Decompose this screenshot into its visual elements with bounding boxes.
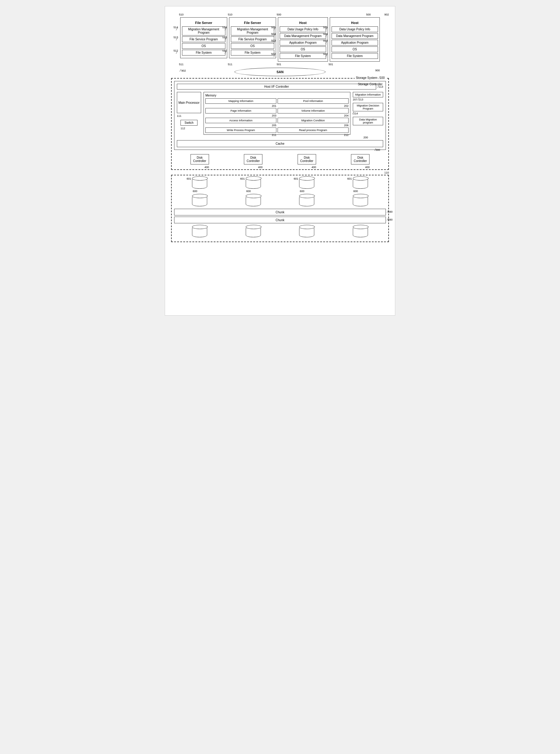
ref-601-b: 601 (240, 177, 245, 180)
fs2-os: OS (231, 43, 274, 49)
pool-info-box: Pool Information (278, 98, 348, 104)
memory-grid: Mapping Information 201 Pool Information… (205, 98, 348, 133)
storage-controller-label: Storage Controller (358, 82, 382, 86)
volume-info-box: Volume Information (278, 108, 348, 114)
ref-503-a: 503 (271, 39, 276, 42)
ref-202: 202 (344, 104, 348, 107)
h2-datamgmt: Data Management Program (332, 33, 378, 39)
ref-601-a: 601 (186, 177, 191, 180)
data-migration-wrapper: Data Migration program (353, 117, 383, 125)
page-info-box: Page Information (205, 108, 276, 114)
disk-cyl-2b (246, 195, 261, 206)
chunk1-bar: Chunk (174, 209, 386, 215)
read-proc-box: Read process Program (278, 127, 348, 133)
file-server-1: 510 File Server ⁄ 514 Migration Manageme… (180, 17, 227, 62)
host-if-row: Host I/F Controller ⁄113 (177, 84, 383, 90)
mapping-info-box: Mapping Information (205, 98, 276, 104)
fs2-migration: Migration Management Program (231, 26, 274, 36)
ref-501-b: 501 (328, 63, 333, 66)
mapping-info-wrapper: Mapping Information 201 (205, 98, 276, 104)
ref-601-d: 601 (347, 177, 352, 180)
dc4-box: DiskController (351, 154, 369, 164)
ref-601-c: 601 (294, 177, 298, 180)
ref-514-a: 514 (174, 26, 178, 29)
ref-504-b: 504 (323, 33, 328, 36)
san-ellipse: SAN (235, 68, 325, 76)
memory-label: Memory (205, 94, 348, 97)
dg3: 601 600 (299, 178, 314, 206)
fs1-fileservice: File Service Program (182, 36, 225, 42)
ref-214: ⁄214 (353, 112, 358, 115)
fs1-migration: Migration Management Program (182, 26, 225, 36)
ref-400-a: 400 (204, 166, 209, 169)
bdg4 (353, 226, 368, 237)
ref-513-b: 513 (222, 36, 227, 39)
dc3-wrapper: DiskController 400 (298, 154, 316, 164)
cache-box: Cache (177, 140, 383, 147)
disk-cyl-3a (299, 178, 314, 189)
ref-203: 203 (272, 114, 276, 117)
h1-datausage: Data Usage Policy Info (280, 26, 326, 32)
memory-area: Memory Mapping Information 201 Pool Info… (203, 92, 351, 135)
ref-500-b: 500 (366, 13, 371, 16)
fs2-filesystem: File System (231, 50, 274, 56)
fs1-filesystem: File System (182, 50, 225, 56)
migration-info-wrapper: Migration Information 207 ⁄213 (353, 92, 383, 97)
ref-500-a: 500 (277, 13, 281, 16)
read-proc-wrapper: Read process Program 212 (278, 127, 348, 133)
h1-datamgmt: Data Management Program (280, 33, 326, 39)
data-migration-box: Data Migration program (353, 117, 383, 125)
ref-902-san: ⁄902 (180, 69, 186, 72)
disk-cyl-b2 (246, 226, 261, 237)
ref-690-a: ⁄690 (387, 210, 393, 213)
disk-cyl-4a (353, 178, 368, 189)
ref-505-b: 505 (323, 26, 328, 29)
main-processor-label: Main Processor (178, 101, 199, 104)
ref-212: 212 (344, 134, 348, 137)
ref-503-b: 503 (323, 39, 328, 42)
ref-510-b: 510 (228, 13, 232, 16)
access-info-wrapper: Access Information 205 (205, 118, 276, 123)
disk-cyl-1a (192, 178, 207, 189)
disk-ctrl-row: DiskController 400 DiskController 400 Di… (174, 154, 386, 164)
ref-200: 200 (363, 136, 368, 139)
disk-cyl-4b (353, 195, 368, 206)
switch-wrapper: Switch 112 (180, 120, 197, 126)
ref-504-a: 504 (271, 33, 276, 36)
ref-512-b: 512 (222, 49, 227, 52)
ref-502-b: 502 (323, 53, 328, 56)
dg4: 601 600 (353, 178, 368, 206)
fs2-label: File Server (231, 20, 274, 25)
disk-cyl-b3 (299, 226, 314, 237)
migration-decision-box: Migration Decision Program (353, 103, 383, 111)
disk-cyl-1b (192, 195, 207, 206)
dc4-wrapper: DiskController 400 (351, 154, 369, 164)
ref-600-a: 600 (193, 190, 197, 193)
volume-info-wrapper: Volume Information 204 (278, 108, 348, 114)
write-proc-wrapper: Write Process Program 211 (205, 127, 276, 133)
ref-502-a: 502 (271, 53, 276, 56)
ref-510-a: 510 (179, 13, 183, 16)
host-1: 500 Host ⁄ 505 Data Usage Policy Info ⁄ … (278, 17, 328, 62)
fs2-fileservice: File Service Program (231, 36, 274, 42)
diagram-page: 510 File Server ⁄ 514 Migration Manageme… (165, 6, 395, 316)
migration-cond-box: Migration Condition (278, 118, 348, 123)
left-col: Main Processor 111 Switch 112 (177, 92, 201, 126)
disk-cyl-3b (299, 195, 314, 206)
chunk2-wrapper: Chunk ⁄690 (174, 217, 386, 223)
ref-511-a: 511 (179, 63, 183, 66)
ref-900-san: 900 (375, 69, 380, 72)
dc1-wrapper: DiskController 400 (191, 154, 209, 164)
h1-label: Host (280, 20, 326, 25)
chunk2-bar: Chunk (174, 217, 386, 223)
disk-cyl-2a (246, 178, 261, 189)
dg1: 601 600 (192, 178, 207, 206)
ref-690-b: ⁄690 (387, 218, 393, 221)
ref-600-d: 600 (354, 190, 358, 193)
ref-111: 111 (177, 114, 181, 117)
h1-appprog: Application Program (280, 40, 326, 45)
fs1-label: File Server (182, 20, 225, 25)
disk-cyl-b1 (192, 226, 207, 237)
dc2-wrapper: DiskController 400 (244, 154, 262, 164)
ref-512-a: 512 (174, 49, 178, 52)
